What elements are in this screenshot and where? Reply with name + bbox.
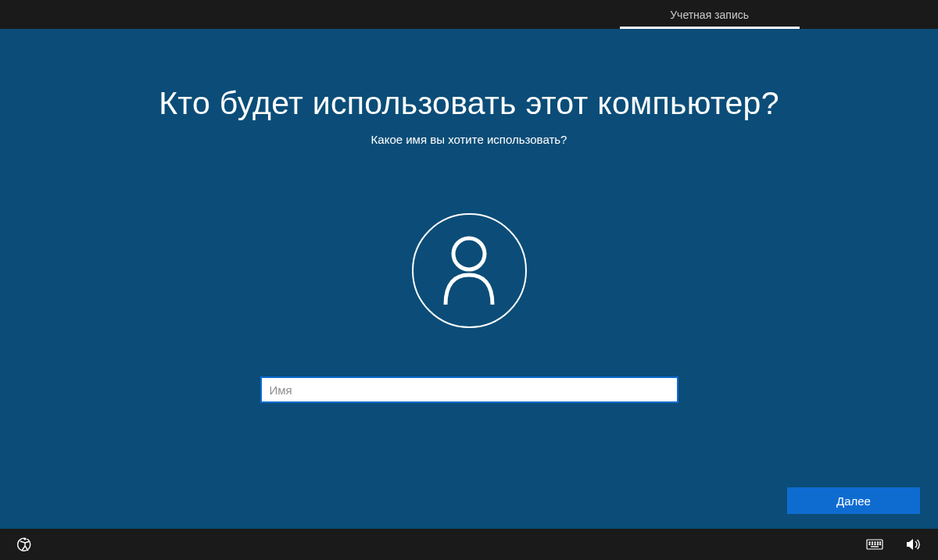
svg-point-4	[872, 542, 872, 543]
svg-point-11	[877, 544, 878, 544]
svg-point-7	[879, 542, 880, 543]
svg-point-8	[869, 544, 870, 544]
svg-point-3	[869, 542, 870, 543]
page-subheading: Какое имя вы хотите использовать?	[371, 133, 567, 146]
svg-point-5	[875, 542, 875, 543]
svg-rect-13	[871, 546, 879, 547]
svg-point-9	[872, 544, 872, 544]
accessibility-icon[interactable]	[17, 537, 33, 552]
svg-point-10	[875, 544, 875, 544]
main-area: Кто будет использовать этот компьютер? К…	[0, 29, 938, 529]
tab-account-label: Учетная запись	[670, 9, 749, 21]
svg-point-0	[453, 238, 485, 269]
page-heading: Кто будет использовать этот компьютер?	[159, 85, 779, 122]
tab-account: Учетная запись	[661, 0, 758, 29]
topbar: Учетная запись	[0, 0, 938, 29]
user-icon	[439, 234, 499, 308]
avatar-placeholder	[412, 213, 527, 328]
svg-point-12	[879, 544, 880, 544]
next-button[interactable]: Далее	[787, 487, 920, 514]
keyboard-icon[interactable]	[866, 539, 883, 550]
bottombar	[0, 529, 938, 560]
svg-point-6	[877, 542, 878, 543]
volume-icon[interactable]	[905, 537, 921, 551]
name-input[interactable]	[260, 376, 678, 403]
